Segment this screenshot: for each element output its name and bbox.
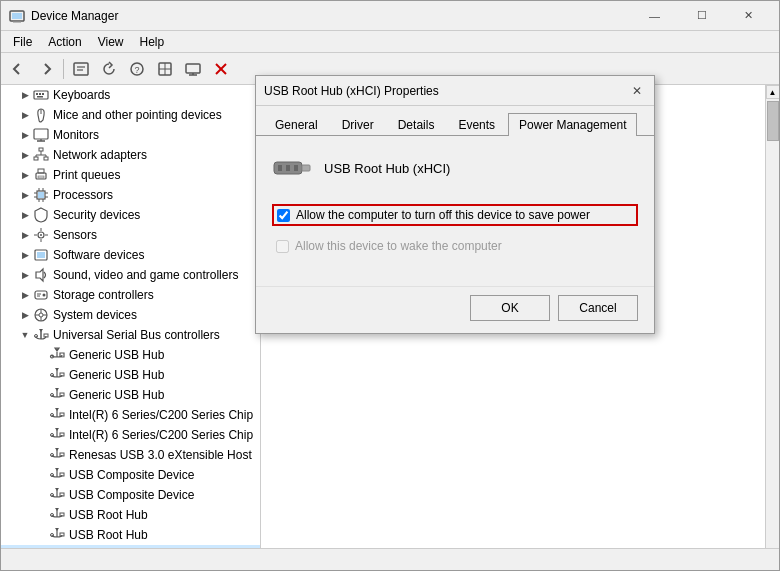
tree-item-generic-hub-2[interactable]: ▶ Generic USB Hub (1, 365, 260, 385)
device-button[interactable] (180, 57, 206, 81)
properties-button[interactable] (68, 57, 94, 81)
tree-label-generic-hub-2: Generic USB Hub (69, 368, 164, 382)
icon-monitors (33, 127, 49, 143)
tree-item-print[interactable]: ▶ Print queues (1, 165, 260, 185)
checkbox-wake-computer-label[interactable]: Allow this device to wake the computer (295, 239, 502, 253)
checkbox-save-power-label[interactable]: Allow the computer to turn off this devi… (296, 208, 590, 222)
tree-item-network[interactable]: ▶ Network adapters (1, 145, 260, 165)
tree-label-system: System devices (53, 308, 137, 322)
remove-button[interactable] (208, 57, 234, 81)
icon-mice (33, 107, 49, 123)
tree-item-renesas[interactable]: ▶ Renesas USB 3.0 eXtensible Host (1, 445, 260, 465)
status-bar (1, 548, 779, 570)
tree-item-sensors[interactable]: ▶ Sensors (1, 225, 260, 245)
maximize-button[interactable]: ☐ (679, 6, 724, 26)
tree-item-system[interactable]: ▶ System devices (1, 305, 260, 325)
tree-label-mice: Mice and other pointing devices (53, 108, 222, 122)
svg-text:?: ? (134, 65, 139, 75)
svg-rect-19 (42, 93, 44, 95)
v-scrollbar[interactable]: ▲ (765, 85, 779, 548)
tree-item-intel-2[interactable]: ▶ Intel(R) 6 Series/C200 Series Chip (1, 425, 260, 445)
checkbox-save-power[interactable] (277, 209, 290, 222)
menu-file[interactable]: File (5, 33, 40, 51)
toggle-sensors[interactable]: ▶ (17, 227, 33, 243)
tab-details[interactable]: Details (387, 113, 446, 136)
tree-item-usb[interactable]: ▼ Universal Serial Bus controllers (1, 325, 260, 345)
scroll-thumb[interactable] (767, 101, 779, 141)
device-header: USB Root Hub (xHCI) (272, 152, 638, 184)
svg-point-46 (40, 234, 42, 236)
toggle-storage[interactable]: ▶ (17, 287, 33, 303)
svg-rect-11 (186, 64, 200, 73)
tree-item-usb-root-2[interactable]: ▶ USB Root Hub (1, 525, 260, 545)
tree-label-storage: Storage controllers (53, 288, 154, 302)
toggle-software[interactable]: ▶ (17, 247, 33, 263)
icon-intel-1 (49, 407, 65, 423)
toggle-network[interactable]: ▶ (17, 147, 33, 163)
icon-renesas (49, 447, 65, 463)
toggle-keyboards[interactable]: ▶ (17, 87, 33, 103)
svg-rect-83 (60, 533, 64, 536)
tree-item-generic-hub-3[interactable]: ▶ Generic USB Hub (1, 385, 260, 405)
tree-label-usb-root-2: USB Root Hub (69, 528, 148, 542)
tree-item-intel-1[interactable]: ▶ Intel(R) 6 Series/C200 Series Chip (1, 405, 260, 425)
tab-general[interactable]: General (264, 113, 329, 136)
toggle-system[interactable]: ▶ (17, 307, 33, 323)
svg-rect-36 (38, 192, 44, 198)
toggle-usb[interactable]: ▼ (17, 327, 33, 343)
icon-security (33, 207, 49, 223)
svg-marker-53 (36, 269, 43, 281)
menu-action[interactable]: Action (40, 33, 89, 51)
scan-button[interactable] (152, 57, 178, 81)
icon-storage (33, 287, 49, 303)
menu-view[interactable]: View (90, 33, 132, 51)
tree-item-processors[interactable]: ▶ Processors (1, 185, 260, 205)
icon-software (33, 247, 49, 263)
minimize-button[interactable]: — (632, 6, 677, 26)
tree-label-software: Software devices (53, 248, 144, 262)
tree-item-usb-root-1[interactable]: ▶ USB Root Hub (1, 505, 260, 525)
checkbox-wake-computer-row: Allow this device to wake the computer (272, 236, 638, 256)
dialog-close-button[interactable]: ✕ (628, 82, 646, 100)
checkbox-wake-computer[interactable] (276, 240, 289, 253)
tree-item-keyboards[interactable]: ▶ Keyboards (1, 85, 260, 105)
menu-help[interactable]: Help (132, 33, 173, 51)
update-button[interactable] (96, 57, 122, 81)
svg-rect-67 (60, 373, 64, 376)
tree-item-composite-2[interactable]: ▶ USB Composite Device (1, 485, 260, 505)
toggle-processors[interactable]: ▶ (17, 187, 33, 203)
tab-events[interactable]: Events (447, 113, 506, 136)
ok-button[interactable]: OK (470, 295, 550, 321)
toggle-security[interactable]: ▶ (17, 207, 33, 223)
svg-rect-79 (60, 493, 64, 496)
svg-rect-77 (60, 473, 64, 476)
scroll-up[interactable]: ▲ (766, 85, 780, 99)
cancel-button[interactable]: Cancel (558, 295, 638, 321)
help-button[interactable]: ? (124, 57, 150, 81)
forward-button[interactable] (33, 57, 59, 81)
icon-sensors (33, 227, 49, 243)
tree-item-composite-1[interactable]: ▶ USB Composite Device (1, 465, 260, 485)
tab-power-management[interactable]: Power Management (508, 113, 637, 136)
toggle-mice[interactable]: ▶ (17, 107, 33, 123)
tree-item-generic-hub-1[interactable]: ▶ Generic USB Hub (1, 345, 260, 365)
tree-item-monitors[interactable]: ▶ Monitors (1, 125, 260, 145)
tree-item-storage[interactable]: ▶ Storage controllers (1, 285, 260, 305)
toggle-monitors[interactable]: ▶ (17, 127, 33, 143)
toggle-sound[interactable]: ▶ (17, 267, 33, 283)
toggle-print[interactable]: ▶ (17, 167, 33, 183)
icon-composite-2 (49, 487, 65, 503)
icon-generic-hub-1 (49, 347, 65, 363)
tab-driver[interactable]: Driver (331, 113, 385, 136)
tree-label-generic-hub-1: Generic USB Hub (69, 348, 164, 362)
tree-item-sound[interactable]: ▶ Sound, video and game controllers (1, 265, 260, 285)
close-button[interactable]: ✕ (726, 6, 771, 26)
back-button[interactable] (5, 57, 31, 81)
icon-usb (33, 327, 49, 343)
tree-item-software[interactable]: ▶ Software devices (1, 245, 260, 265)
tree-item-mice[interactable]: ▶ Mice and other pointing devices (1, 105, 260, 125)
dialog-content: USB Root Hub (xHCI) Allow the computer t… (256, 136, 654, 278)
tree-item-security[interactable]: ▶ Security devices (1, 205, 260, 225)
tree-view[interactable]: ▶ Keyboards ▶ (1, 85, 261, 548)
icon-generic-hub-3 (49, 387, 65, 403)
